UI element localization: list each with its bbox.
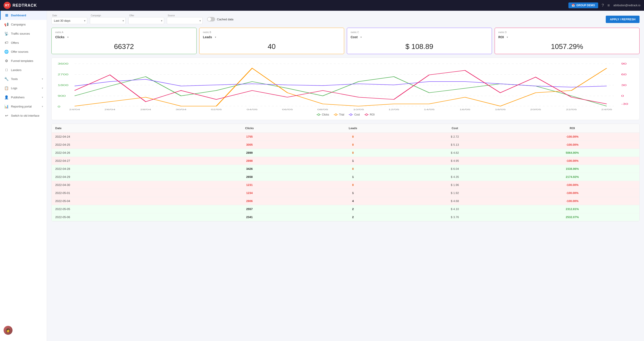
sidebar-item-tools[interactable]: 🔧 Tools ▾ <box>0 74 47 84</box>
svg-point-31 <box>318 114 320 115</box>
sidebar-item-logs[interactable]: 📋 Logs ▾ <box>0 84 47 93</box>
svg-text:26/04: 26/04 <box>104 108 116 111</box>
sidebar-item-offer-sources[interactable]: 🌐 Offer sources <box>0 47 47 56</box>
cell-date: 2022-04-30 <box>52 181 198 189</box>
apply-refresh-button[interactable]: APPLY / REFRESH <box>606 16 640 23</box>
legend-item-roi: ROI <box>364 113 374 116</box>
svg-text:90: 90 <box>621 62 626 65</box>
metric-value-D: 1057.29% <box>498 42 636 51</box>
metric-value-A: 66372 <box>55 42 193 51</box>
sidebar-item-switch-old[interactable]: ↩ Switch to old interface <box>0 111 47 120</box>
sidebar-icon-funnel-templates: ⚙ <box>4 59 9 63</box>
metric-label-D: metric D <box>498 31 636 33</box>
sidebar-item-reporting-portal[interactable]: 📊 Reporting portal ▾ <box>0 102 47 111</box>
cell-date: 2022-05-06 <box>52 213 198 221</box>
legend-item-clicks: Clicks <box>316 113 329 116</box>
col-header-roi: ROI <box>505 124 639 133</box>
sidebar-icon-campaigns: 📢 <box>4 22 9 26</box>
group-demo-label: GROUP DEMO <box>576 4 595 7</box>
svg-text:3600: 3600 <box>58 62 68 65</box>
offer-select[interactable] <box>128 17 164 24</box>
metric-select-B[interactable]: Leads <box>203 35 216 39</box>
cell-leads: 0 <box>302 133 404 141</box>
cell-leads: 4 <box>302 197 404 205</box>
cell-leads: 1 <box>302 173 404 181</box>
logo-text: REDTRACK <box>12 3 37 8</box>
toggle-switch[interactable] <box>207 17 215 21</box>
sidebar-label-funnel-templates: Funnel templates <box>11 59 33 62</box>
cell-cost: $ 5.13 <box>404 141 505 149</box>
table: DateClicksLeadsCostROI 2022-04-24 1755 0… <box>52 124 639 221</box>
date-select[interactable]: Last 30 days Last 7 days Today <box>52 17 87 24</box>
table-row: 2022-05-01 1234 1 $ 1.92 -100.00% <box>52 189 639 197</box>
source-select[interactable] <box>167 17 202 24</box>
table-row: 2022-05-06 2341 2 $ 3.76 2532.07% <box>52 213 639 221</box>
sidebar-label-traffic-sources: Traffic sources <box>11 32 30 35</box>
svg-text:-30: -30 <box>621 103 628 105</box>
sidebar-label-offers: Offers <box>11 41 19 44</box>
sidebar-item-landers[interactable]: □ Landers <box>0 65 47 74</box>
cached-data-toggle[interactable]: Cached data <box>207 17 234 21</box>
metric-select-wrap-C: Cost <box>350 35 362 39</box>
sidebar-label-landers: Landers <box>11 68 22 72</box>
sidebar-item-funnel-templates[interactable]: ⚙ Funnel templates <box>0 56 47 65</box>
cell-clicks: 1755 <box>198 133 302 141</box>
legend-item-cost: Cost <box>348 113 360 116</box>
svg-point-37 <box>350 114 352 115</box>
metric-select-C[interactable]: Cost <box>350 35 362 39</box>
sidebar-item-publishers[interactable]: 👤 Publishers ▾ <box>0 93 47 102</box>
calendar-icon: 📅 <box>572 4 575 7</box>
cell-clicks: 3005 <box>198 141 302 149</box>
cell-clicks: 1234 <box>198 189 302 197</box>
legend-label: Cost <box>354 113 360 116</box>
table-header-row: DateClicksLeadsCostROI <box>52 124 639 133</box>
menu-icon[interactable]: ≡ <box>608 3 610 8</box>
metric-value-C: $ 108.89 <box>350 42 488 51</box>
sidebar-icon-dashboard: ⊞ <box>4 13 9 17</box>
cell-roi: 2532.07% <box>505 213 639 221</box>
sidebar-item-dashboard[interactable]: ⊞ Dashboard <box>0 11 47 20</box>
campaign-select-wrap <box>90 17 126 24</box>
sidebar-icon-offer-sources: 🌐 <box>4 50 9 54</box>
sidebar-label-tools: Tools <box>11 77 18 81</box>
cell-cost: $ 6.04 <box>404 165 505 173</box>
cell-roi: -100.00% <box>505 181 639 189</box>
sidebar-icon-publishers: 👤 <box>4 95 9 99</box>
main-layout: ⊞ Dashboard 📢 Campaigns 📡 Traffic source… <box>0 11 644 341</box>
cell-clicks: 2899 <box>198 149 302 157</box>
svg-text:28/04: 28/04 <box>140 108 151 111</box>
help-icon[interactable]: ? <box>602 3 604 8</box>
svg-text:18/05: 18/05 <box>495 108 506 111</box>
sidebar-item-traffic-sources[interactable]: 📡 Traffic sources <box>0 29 47 38</box>
table-row: 2022-04-24 1755 0 $ 2.72 -100.00% <box>52 133 639 141</box>
cell-date: 2022-04-25 <box>52 141 198 149</box>
table-row: 2022-04-30 1231 0 $ 1.96 -100.00% <box>52 181 639 189</box>
user-email: attribution@redtrack.io <box>613 4 640 7</box>
group-demo-button[interactable]: 📅 GROUP DEMO <box>568 2 598 8</box>
cell-clicks: 2341 <box>198 213 302 221</box>
sidebar-label-logs: Logs <box>11 86 17 90</box>
cell-roi: -100.00% <box>505 189 639 197</box>
legend-line-icon <box>364 113 369 116</box>
cell-date: 2022-05-05 <box>52 205 198 213</box>
date-filter-label: Date <box>52 14 87 17</box>
svg-text:900: 900 <box>58 95 66 97</box>
col-header-date: Date <box>52 124 198 133</box>
svg-text:12/05: 12/05 <box>388 108 399 111</box>
filter-bar: Date Last 30 days Last 7 days Today Camp… <box>52 14 640 24</box>
metric-select-D[interactable]: ROI <box>498 35 508 39</box>
sidebar-icon-tools: 🔧 <box>4 77 9 81</box>
metric-card-D: metric D ROI 1057.29% <box>495 28 640 54</box>
legend-line-icon <box>348 113 353 116</box>
svg-text:30/04: 30/04 <box>176 108 186 111</box>
sidebar-item-campaigns[interactable]: 📢 Campaigns <box>0 20 47 29</box>
metric-label-B: metric B <box>203 31 340 33</box>
metric-select-A[interactable]: Clicks <box>55 35 69 39</box>
sidebar-icon-offers: 🏷 <box>4 41 9 45</box>
campaign-select[interactable] <box>90 17 126 24</box>
cell-cost: $ 4.82 <box>404 149 505 157</box>
chevron-down-icon: ▾ <box>42 105 43 108</box>
cell-cost: $ 1.92 <box>404 189 505 197</box>
sidebar-item-offers[interactable]: 🏷 Offers <box>0 38 47 47</box>
campaign-filter-label: Campaign <box>90 14 126 17</box>
